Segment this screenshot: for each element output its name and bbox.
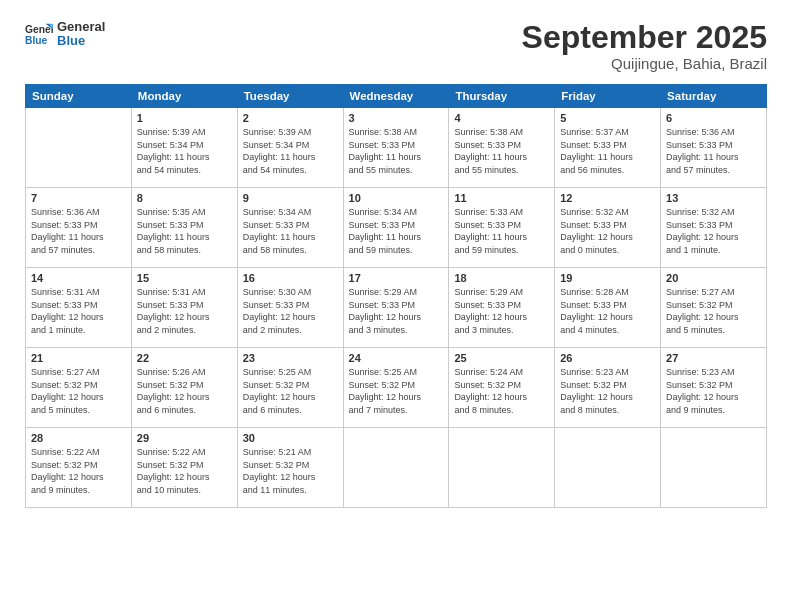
day-info: Sunrise: 5:31 AM Sunset: 5:33 PM Dayligh… [137, 286, 232, 336]
table-row: 26Sunrise: 5:23 AM Sunset: 5:32 PM Dayli… [555, 348, 661, 428]
day-info: Sunrise: 5:25 AM Sunset: 5:32 PM Dayligh… [349, 366, 444, 416]
day-info: Sunrise: 5:29 AM Sunset: 5:33 PM Dayligh… [349, 286, 444, 336]
col-wednesday: Wednesday [343, 85, 449, 108]
day-info: Sunrise: 5:22 AM Sunset: 5:32 PM Dayligh… [31, 446, 126, 496]
table-row: 3Sunrise: 5:38 AM Sunset: 5:33 PM Daylig… [343, 108, 449, 188]
table-row [555, 428, 661, 508]
day-number: 22 [137, 352, 232, 364]
location: Quijingue, Bahia, Brazil [522, 55, 767, 72]
day-info: Sunrise: 5:37 AM Sunset: 5:33 PM Dayligh… [560, 126, 655, 176]
table-row: 28Sunrise: 5:22 AM Sunset: 5:32 PM Dayli… [26, 428, 132, 508]
day-info: Sunrise: 5:27 AM Sunset: 5:32 PM Dayligh… [31, 366, 126, 416]
table-row [343, 428, 449, 508]
col-saturday: Saturday [661, 85, 767, 108]
table-row: 4Sunrise: 5:38 AM Sunset: 5:33 PM Daylig… [449, 108, 555, 188]
calendar-table: Sunday Monday Tuesday Wednesday Thursday… [25, 84, 767, 508]
table-row: 15Sunrise: 5:31 AM Sunset: 5:33 PM Dayli… [131, 268, 237, 348]
table-row: 6Sunrise: 5:36 AM Sunset: 5:33 PM Daylig… [661, 108, 767, 188]
col-monday: Monday [131, 85, 237, 108]
day-info: Sunrise: 5:22 AM Sunset: 5:32 PM Dayligh… [137, 446, 232, 496]
day-number: 25 [454, 352, 549, 364]
day-info: Sunrise: 5:31 AM Sunset: 5:33 PM Dayligh… [31, 286, 126, 336]
table-row: 8Sunrise: 5:35 AM Sunset: 5:33 PM Daylig… [131, 188, 237, 268]
day-info: Sunrise: 5:28 AM Sunset: 5:33 PM Dayligh… [560, 286, 655, 336]
table-row: 11Sunrise: 5:33 AM Sunset: 5:33 PM Dayli… [449, 188, 555, 268]
day-number: 16 [243, 272, 338, 284]
day-number: 5 [560, 112, 655, 124]
table-row: 23Sunrise: 5:25 AM Sunset: 5:32 PM Dayli… [237, 348, 343, 428]
col-tuesday: Tuesday [237, 85, 343, 108]
day-info: Sunrise: 5:39 AM Sunset: 5:34 PM Dayligh… [243, 126, 338, 176]
logo-icon: General Blue [25, 20, 53, 48]
day-info: Sunrise: 5:21 AM Sunset: 5:32 PM Dayligh… [243, 446, 338, 496]
day-info: Sunrise: 5:23 AM Sunset: 5:32 PM Dayligh… [666, 366, 761, 416]
table-row: 18Sunrise: 5:29 AM Sunset: 5:33 PM Dayli… [449, 268, 555, 348]
day-number: 23 [243, 352, 338, 364]
day-number: 29 [137, 432, 232, 444]
day-info: Sunrise: 5:25 AM Sunset: 5:32 PM Dayligh… [243, 366, 338, 416]
table-row: 1Sunrise: 5:39 AM Sunset: 5:34 PM Daylig… [131, 108, 237, 188]
day-info: Sunrise: 5:36 AM Sunset: 5:33 PM Dayligh… [31, 206, 126, 256]
day-info: Sunrise: 5:29 AM Sunset: 5:33 PM Dayligh… [454, 286, 549, 336]
day-number: 3 [349, 112, 444, 124]
day-info: Sunrise: 5:34 AM Sunset: 5:33 PM Dayligh… [349, 206, 444, 256]
col-friday: Friday [555, 85, 661, 108]
table-row: 29Sunrise: 5:22 AM Sunset: 5:32 PM Dayli… [131, 428, 237, 508]
logo-line1: General [57, 20, 105, 34]
table-row [26, 108, 132, 188]
day-info: Sunrise: 5:30 AM Sunset: 5:33 PM Dayligh… [243, 286, 338, 336]
day-number: 9 [243, 192, 338, 204]
day-info: Sunrise: 5:33 AM Sunset: 5:33 PM Dayligh… [454, 206, 549, 256]
day-info: Sunrise: 5:34 AM Sunset: 5:33 PM Dayligh… [243, 206, 338, 256]
table-row: 12Sunrise: 5:32 AM Sunset: 5:33 PM Dayli… [555, 188, 661, 268]
day-info: Sunrise: 5:38 AM Sunset: 5:33 PM Dayligh… [454, 126, 549, 176]
table-row: 9Sunrise: 5:34 AM Sunset: 5:33 PM Daylig… [237, 188, 343, 268]
col-sunday: Sunday [26, 85, 132, 108]
table-row: 25Sunrise: 5:24 AM Sunset: 5:32 PM Dayli… [449, 348, 555, 428]
day-info: Sunrise: 5:38 AM Sunset: 5:33 PM Dayligh… [349, 126, 444, 176]
day-number: 13 [666, 192, 761, 204]
logo: General Blue General Blue [25, 20, 105, 49]
day-number: 28 [31, 432, 126, 444]
table-row [449, 428, 555, 508]
table-row [661, 428, 767, 508]
table-row: 24Sunrise: 5:25 AM Sunset: 5:32 PM Dayli… [343, 348, 449, 428]
day-number: 10 [349, 192, 444, 204]
table-row: 5Sunrise: 5:37 AM Sunset: 5:33 PM Daylig… [555, 108, 661, 188]
day-number: 24 [349, 352, 444, 364]
day-number: 12 [560, 192, 655, 204]
day-info: Sunrise: 5:39 AM Sunset: 5:34 PM Dayligh… [137, 126, 232, 176]
calendar-week-4: 21Sunrise: 5:27 AM Sunset: 5:32 PM Dayli… [26, 348, 767, 428]
day-info: Sunrise: 5:35 AM Sunset: 5:33 PM Dayligh… [137, 206, 232, 256]
day-info: Sunrise: 5:27 AM Sunset: 5:32 PM Dayligh… [666, 286, 761, 336]
day-number: 8 [137, 192, 232, 204]
day-info: Sunrise: 5:32 AM Sunset: 5:33 PM Dayligh… [666, 206, 761, 256]
svg-text:Blue: Blue [25, 36, 48, 47]
title-block: September 2025 Quijingue, Bahia, Brazil [522, 20, 767, 72]
day-number: 15 [137, 272, 232, 284]
day-info: Sunrise: 5:26 AM Sunset: 5:32 PM Dayligh… [137, 366, 232, 416]
day-number: 4 [454, 112, 549, 124]
day-number: 11 [454, 192, 549, 204]
table-row: 21Sunrise: 5:27 AM Sunset: 5:32 PM Dayli… [26, 348, 132, 428]
day-number: 21 [31, 352, 126, 364]
calendar-week-2: 7Sunrise: 5:36 AM Sunset: 5:33 PM Daylig… [26, 188, 767, 268]
calendar-week-1: 1Sunrise: 5:39 AM Sunset: 5:34 PM Daylig… [26, 108, 767, 188]
table-row: 16Sunrise: 5:30 AM Sunset: 5:33 PM Dayli… [237, 268, 343, 348]
day-number: 7 [31, 192, 126, 204]
day-number: 14 [31, 272, 126, 284]
table-row: 2Sunrise: 5:39 AM Sunset: 5:34 PM Daylig… [237, 108, 343, 188]
table-row: 17Sunrise: 5:29 AM Sunset: 5:33 PM Dayli… [343, 268, 449, 348]
table-row: 13Sunrise: 5:32 AM Sunset: 5:33 PM Dayli… [661, 188, 767, 268]
day-number: 19 [560, 272, 655, 284]
day-info: Sunrise: 5:32 AM Sunset: 5:33 PM Dayligh… [560, 206, 655, 256]
calendar-week-5: 28Sunrise: 5:22 AM Sunset: 5:32 PM Dayli… [26, 428, 767, 508]
table-row: 30Sunrise: 5:21 AM Sunset: 5:32 PM Dayli… [237, 428, 343, 508]
day-number: 30 [243, 432, 338, 444]
calendar-body: 1Sunrise: 5:39 AM Sunset: 5:34 PM Daylig… [26, 108, 767, 508]
calendar-header-row: Sunday Monday Tuesday Wednesday Thursday… [26, 85, 767, 108]
table-row: 27Sunrise: 5:23 AM Sunset: 5:32 PM Dayli… [661, 348, 767, 428]
calendar-week-3: 14Sunrise: 5:31 AM Sunset: 5:33 PM Dayli… [26, 268, 767, 348]
day-number: 20 [666, 272, 761, 284]
day-number: 1 [137, 112, 232, 124]
